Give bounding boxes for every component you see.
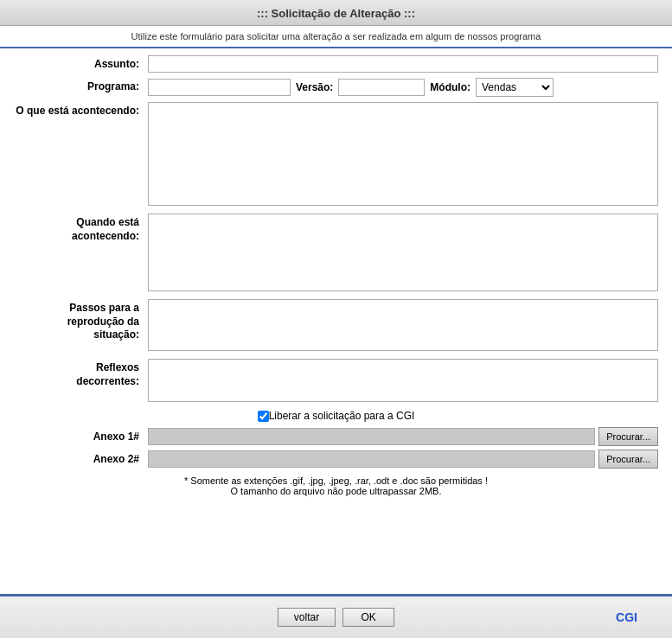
header-bar: ::: Solicitação de Alteração ::: <box>0 0 672 26</box>
programa-inline: Versão: Módulo: Vendas Compras Financeir… <box>148 78 658 97</box>
form-area: Assunto: Programa: Versão: Módulo: Venda… <box>0 48 672 594</box>
anexo2-label: Anexo 2# <box>14 453 148 465</box>
o-que-row: O que está acontecendo: <box>14 102 658 208</box>
footnote1: * Somente as extenções .gif, .jpg, .jpeg… <box>14 475 658 486</box>
versao-label: Versão: <box>296 81 333 93</box>
liberar-cgi-label[interactable]: Liberar a solicitação para a CGI <box>269 410 415 422</box>
assunto-control <box>148 55 658 73</box>
modulo-select[interactable]: Vendas Compras Financeiro Estoque Outros <box>476 78 554 97</box>
passos-textarea[interactable] <box>148 299 658 351</box>
anexo2-file-display <box>148 450 595 468</box>
o-que-textarea[interactable] <box>148 102 658 206</box>
programa-input[interactable] <box>148 79 291 96</box>
programa-row: Programa: Versão: Módulo: Vendas Compras… <box>14 78 658 97</box>
passos-control <box>148 299 658 354</box>
passos-label: Passos para a reprodução da situação: <box>14 299 148 342</box>
footnote-area: * Somente as extenções .gif, .jpg, .jpeg… <box>14 472 658 501</box>
checkbox-row: Liberar a solicitação para a CGI <box>14 410 658 422</box>
assunto-row: Assunto: <box>14 55 658 73</box>
anexo1-row: Anexo 1# Procurar... <box>14 427 658 446</box>
cgi-link[interactable]: CGI <box>616 610 637 624</box>
anexo2-input-area: Procurar... <box>148 450 658 469</box>
programa-label: Programa: <box>14 78 148 93</box>
o-que-label: O que está acontecendo: <box>14 102 148 117</box>
page-title: ::: Solicitação de Alteração ::: <box>257 7 415 20</box>
reflexos-label: Reflexos decorrentes: <box>14 359 148 388</box>
subheader: Utilize este formulário para solicitar u… <box>0 26 672 48</box>
ok-button[interactable]: OK <box>342 608 394 627</box>
assunto-input[interactable] <box>148 55 658 73</box>
modulo-label: Módulo: <box>430 81 470 93</box>
reflexos-textarea[interactable] <box>148 359 658 402</box>
quando-row: Quando está acontecendo: <box>14 214 658 294</box>
o-que-control <box>148 102 658 208</box>
liberar-cgi-checkbox[interactable] <box>258 411 269 422</box>
quando-label: Quando está acontecendo: <box>14 214 148 243</box>
subtitle-text: Utilize este formulário para solicitar u… <box>131 31 541 41</box>
reflexos-control <box>148 359 658 405</box>
footnote2: O tamanho do arquivo não pode ultrapassa… <box>14 486 658 496</box>
programa-control: Versão: Módulo: Vendas Compras Financeir… <box>148 78 658 97</box>
passos-row: Passos para a reprodução da situação: <box>14 299 658 354</box>
assunto-label: Assunto: <box>14 55 148 70</box>
anexo1-label: Anexo 1# <box>14 431 148 443</box>
anexo2-procurar-button[interactable]: Procurar... <box>598 450 658 469</box>
quando-control <box>148 214 658 294</box>
footer-bar: voltar OK CGI <box>0 595 672 638</box>
quando-textarea[interactable] <box>148 214 658 291</box>
footer-buttons: voltar OK <box>278 608 394 627</box>
voltar-button[interactable]: voltar <box>278 608 336 627</box>
anexo2-row: Anexo 2# Procurar... <box>14 450 658 469</box>
versao-input[interactable] <box>338 79 425 96</box>
anexo1-input-area: Procurar... <box>148 427 658 446</box>
anexo1-procurar-button[interactable]: Procurar... <box>598 427 658 446</box>
anexo1-file-display <box>148 428 595 445</box>
page-wrapper: ::: Solicitação de Alteração ::: Utilize… <box>0 0 672 638</box>
reflexos-row: Reflexos decorrentes: <box>14 359 658 405</box>
